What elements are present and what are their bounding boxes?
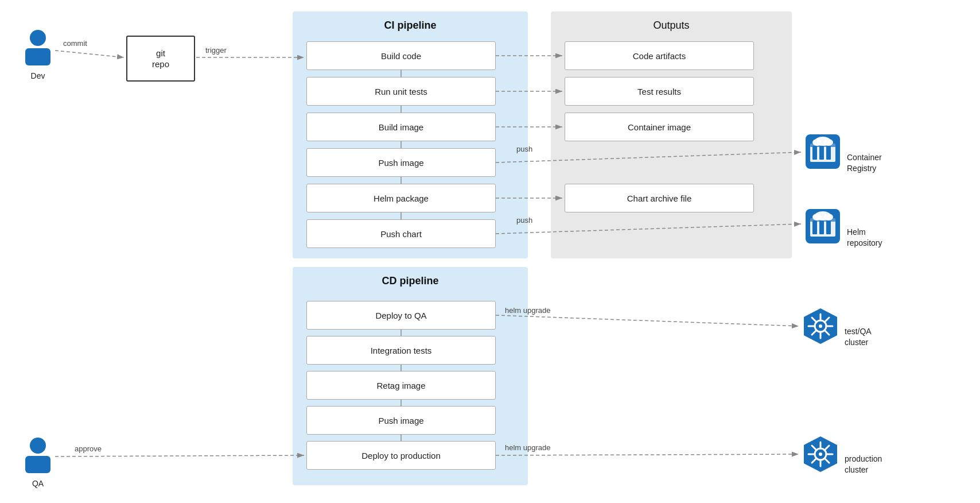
- svg-rect-3: [25, 456, 50, 473]
- svg-point-20: [812, 214, 822, 220]
- svg-point-12: [824, 139, 833, 146]
- output-chart-archive: Chart archive file: [565, 184, 754, 212]
- container-registry-icon: [803, 132, 842, 173]
- trigger-label: trigger: [205, 46, 227, 55]
- diagram: CI pipeline CD pipeline Outputs Build co…: [0, 0, 980, 503]
- svg-point-11: [812, 139, 822, 146]
- approve-label: approve: [75, 444, 102, 453]
- step-deploy-to-qa: Deploy to QA: [306, 301, 496, 330]
- output-test-results: Test results: [565, 77, 754, 106]
- svg-line-55: [55, 455, 304, 456]
- svg-line-54: [496, 454, 799, 455]
- svg-point-24: [819, 324, 822, 328]
- commit-label: commit: [63, 39, 87, 48]
- cd-panel-title: CD pipeline: [293, 267, 528, 293]
- svg-rect-17: [826, 220, 831, 234]
- step-integration-tests: Integration tests: [306, 336, 496, 365]
- step-retag-image: Retag image: [306, 371, 496, 400]
- qa-person-icon: [23, 436, 53, 477]
- svg-rect-1: [25, 48, 50, 65]
- step-build-code: Build code: [306, 41, 496, 70]
- svg-line-45: [55, 51, 124, 57]
- svg-point-21: [824, 214, 833, 220]
- output-container-image: Container image: [565, 113, 754, 141]
- qa-cluster-icon: [800, 306, 841, 348]
- step-helm-package: Helm package: [306, 184, 496, 212]
- dev-person-icon: [23, 29, 53, 69]
- svg-rect-8: [826, 146, 831, 160]
- svg-rect-16: [819, 220, 824, 234]
- svg-point-35: [819, 452, 822, 456]
- svg-point-0: [30, 30, 46, 46]
- helm-registry-label: Helm repository: [847, 215, 882, 249]
- output-code-artifacts: Code artifacts: [565, 41, 754, 70]
- step-deploy-to-production: Deploy to production: [306, 441, 496, 470]
- step-push-image-cd: Push image: [306, 406, 496, 435]
- qa-person: QA: [23, 436, 53, 488]
- step-push-image-ci: Push image: [306, 148, 496, 177]
- dev-person: Dev: [23, 29, 53, 80]
- step-run-unit-tests: Run unit tests: [306, 77, 496, 106]
- qa-label: QA: [32, 479, 44, 488]
- git-repo-label: git repo: [152, 48, 169, 70]
- helm-registry-icon: [803, 207, 842, 247]
- svg-rect-15: [812, 220, 817, 234]
- container-registry-label: Container Registry: [847, 141, 882, 175]
- git-repo-box: git repo: [126, 36, 195, 82]
- qa-cluster-label: test/QA cluster: [845, 315, 872, 349]
- prod-cluster-label: production cluster: [845, 442, 882, 476]
- ci-panel-title: CI pipeline: [293, 11, 528, 37]
- step-build-image: Build image: [306, 113, 496, 141]
- prod-cluster-icon: [800, 434, 841, 476]
- svg-line-53: [496, 315, 799, 326]
- dev-label: Dev: [31, 71, 45, 80]
- outputs-title: Outputs: [551, 11, 792, 37]
- svg-rect-7: [819, 146, 824, 160]
- svg-rect-6: [812, 146, 817, 160]
- step-push-chart: Push chart: [306, 219, 496, 248]
- svg-point-2: [30, 438, 46, 454]
